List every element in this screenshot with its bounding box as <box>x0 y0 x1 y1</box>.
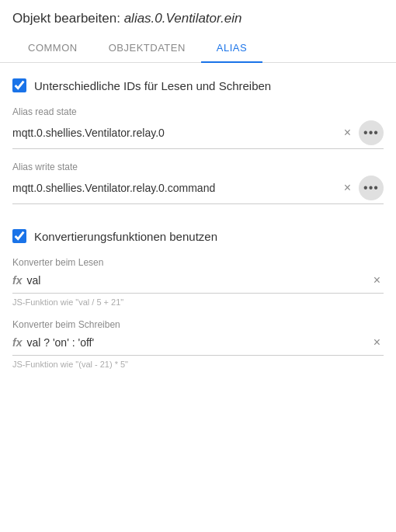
checkbox-different-ids[interactable] <box>12 78 26 92</box>
tab-bar: COMMON OBJEKTDATEN ALIAS <box>0 34 396 63</box>
field-group-write: Alias write state × ••• <box>12 162 384 204</box>
hint-converter-write: JS-Funktion wie "(val - 21) * 5" <box>12 360 384 369</box>
main-content: Unterschiedliche IDs für Lesen und Schre… <box>0 63 396 397</box>
header-title: alias.0.Ventilator.ein <box>124 11 242 26</box>
fx-row-write: fx × <box>12 333 384 356</box>
tab-alias[interactable]: ALIAS <box>201 34 262 63</box>
checkbox-converter[interactable] <box>12 229 26 243</box>
fx-icon-write: fx <box>12 336 22 349</box>
checkbox-row-ids: Unterschiedliche IDs für Lesen und Schre… <box>12 78 384 92</box>
more-read-button[interactable]: ••• <box>359 120 384 145</box>
checkbox-label-convert: Konvertierungsfunktionen benutzen <box>34 230 217 243</box>
page-header: Objekt bearbeiten: alias.0.Ventilator.ei… <box>0 0 396 34</box>
tab-common[interactable]: COMMON <box>12 34 93 63</box>
header-prefix: Objekt bearbeiten: <box>12 11 124 26</box>
clear-converter-write-button[interactable]: × <box>370 335 384 350</box>
checkbox-label-ids: Unterschiedliche IDs für Lesen und Schre… <box>34 79 271 92</box>
tab-objektdaten[interactable]: OBJEKTDATEN <box>93 34 201 63</box>
fx-icon-read: fx <box>12 274 22 287</box>
field-label-converter-read: Konverter beim Lesen <box>12 257 384 268</box>
checkbox-row-convert: Konvertierungsfunktionen benutzen <box>12 229 384 243</box>
field-label-converter-write: Konverter beim Schreiben <box>12 319 384 330</box>
field-label-read: Alias read state <box>12 106 384 117</box>
hint-converter-read: JS-Funktion wie "val / 5 + 21" <box>12 297 384 307</box>
write-state-input[interactable] <box>12 179 336 197</box>
clear-write-button[interactable]: × <box>341 180 354 196</box>
field-group-converter-write: Konverter beim Schreiben fx × JS-Funktio… <box>12 319 384 369</box>
field-group-read: Alias read state × ••• <box>12 106 384 149</box>
field-row-write: × ••• <box>12 176 384 204</box>
field-label-write: Alias write state <box>12 162 384 172</box>
fx-row-read: fx × <box>12 271 384 294</box>
field-row-read: × ••• <box>12 120 384 149</box>
converter-read-input[interactable] <box>26 271 365 290</box>
converter-write-input[interactable] <box>26 333 365 352</box>
more-write-button[interactable]: ••• <box>359 176 384 200</box>
clear-read-button[interactable]: × <box>341 125 354 141</box>
clear-converter-read-button[interactable]: × <box>370 273 384 288</box>
read-state-input[interactable] <box>12 123 336 142</box>
field-group-converter-read: Konverter beim Lesen fx × JS-Funktion wi… <box>12 257 384 307</box>
